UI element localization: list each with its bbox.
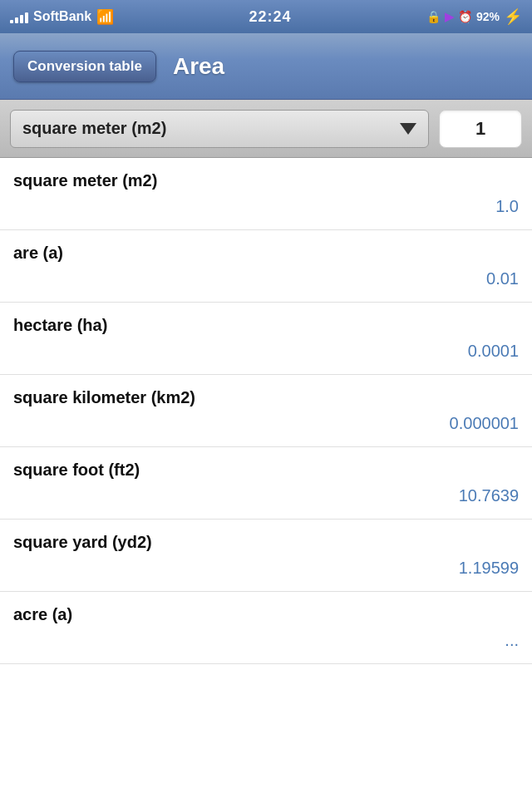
unit-name-label: hectare (ha) [0,303,532,338]
nav-bar: Conversion table Area [0,33,532,100]
list-item: square meter (m2)1.0 [0,158,532,230]
unit-value-label: 10.7639 [0,483,532,519]
selected-unit-label: square meter (m2) [22,119,166,138]
value-input[interactable]: 1 [439,110,522,148]
list-item: square yard (yd2)1.19599 [0,520,532,592]
list-item: hectare (ha)0.0001 [0,303,532,375]
unit-value-label: 1.19599 [0,555,532,591]
battery-percent: 92% [476,10,500,23]
list-item: square kilometer (km2)0.000001 [0,375,532,447]
list-item: square foot (ft2)10.7639 [0,447,532,520]
conversion-list: square meter (m2)1.0are (a)0.01hectare (… [0,158,532,664]
unit-name-label: square kilometer (km2) [0,375,532,411]
unit-value-label: 0.01 [0,266,532,302]
unit-value-label: 0.0001 [0,338,532,374]
battery-icon: ⚡ [504,7,522,26]
unit-name-label: square meter (m2) [0,158,532,194]
location-icon: ▶ [445,10,454,23]
unit-value-label: ... [0,628,532,663]
status-time: 22:24 [249,8,292,26]
list-item: acre (a)... [0,592,532,664]
lock-icon: 🔒 [426,10,441,23]
status-bar: SoftBank 📶 22:24 🔒 ▶ ⏰ 92% ⚡ [0,0,532,33]
unit-value-label: 1.0 [0,194,532,229]
status-left: SoftBank 📶 [10,8,114,26]
unit-dropdown[interactable]: square meter (m2) [10,110,429,148]
unit-name-label: square foot (ft2) [0,447,532,483]
back-button[interactable]: Conversion table [13,51,156,82]
status-right: 🔒 ▶ ⏰ 92% ⚡ [426,7,522,26]
unit-name-label: acre (a) [0,592,532,628]
unit-name-label: square yard (yd2) [0,520,532,555]
list-item: are (a)0.01 [0,230,532,303]
carrier-label: SoftBank [33,9,91,24]
clock-icon: ⏰ [458,10,472,23]
signal-bars-icon [10,10,28,23]
chevron-down-icon [400,123,416,135]
unit-value-label: 0.000001 [0,411,532,446]
unit-selector-bar: square meter (m2) 1 [0,100,532,158]
unit-name-label: are (a) [0,230,532,266]
wifi-icon: 📶 [96,8,114,26]
page-title: Area [173,53,224,80]
